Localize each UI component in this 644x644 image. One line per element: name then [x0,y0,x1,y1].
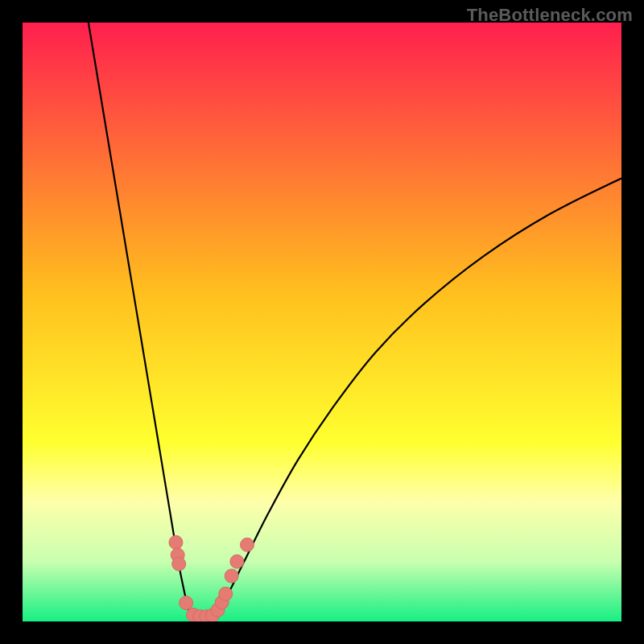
watermark-label: TheBottleneck.com [467,5,633,26]
scatter-point [241,538,254,551]
scatter-point [172,557,186,571]
scatter-point [180,596,193,609]
gradient-background [23,23,621,621]
scatter-point [225,569,238,583]
scatter-point [219,587,233,601]
scatter-point [169,535,183,549]
chart-frame: TheBottleneck.com [0,0,644,644]
plot-svg [23,23,621,621]
scatter-point [230,555,244,568]
plot-area [23,23,621,621]
